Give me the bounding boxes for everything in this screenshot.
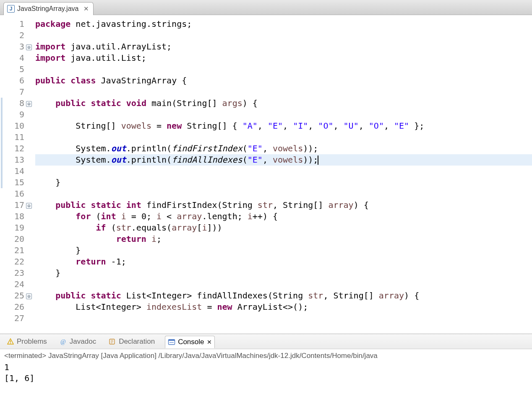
console-output[interactable]: 1[1, 6] [0, 361, 532, 384]
line-number: 5 [3, 64, 24, 75]
line-number: 4 [3, 52, 24, 64]
tab-label: Javadoc [70, 337, 96, 346]
code-line[interactable]: } [35, 245, 532, 256]
tab-label: Problems [17, 337, 47, 346]
code-line[interactable]: List<Integer> indexesList = new ArrayLis… [35, 301, 532, 313]
code-line[interactable] [35, 132, 532, 143]
code-content[interactable]: package net.javastring.strings;import ja… [33, 15, 532, 334]
tab-javadoc[interactable]: @ Javadoc [57, 336, 99, 347]
line-number: 23 [3, 267, 24, 279]
editor-tab-bar: J JavaStringArray.java ✕ [0, 0, 532, 15]
editor-tab[interactable]: J JavaStringArray.java ✕ [3, 2, 94, 15]
code-line[interactable] [35, 279, 532, 290]
fold-toggle[interactable]: ⊖ [26, 293, 32, 299]
tab-problems[interactable]: Problems [4, 336, 50, 347]
fold-toggle[interactable]: ⊖ [26, 44, 32, 50]
line-number: 2 [3, 30, 24, 41]
line-number: 8 [3, 98, 24, 109]
line-number: 22 [3, 256, 24, 267]
line-number: 14 [3, 166, 24, 177]
svg-rect-1 [10, 343, 11, 344]
code-line[interactable]: System.out.println(findAllIndexes("E", v… [35, 154, 532, 166]
code-line[interactable] [35, 313, 532, 324]
change-ruler [0, 15, 3, 334]
svg-rect-0 [10, 340, 11, 342]
code-line[interactable]: public static void main(String[] args) { [35, 98, 532, 109]
code-line[interactable] [35, 188, 532, 200]
line-number: 20 [3, 233, 24, 245]
line-number: 11 [3, 132, 24, 143]
fold-toggle[interactable]: ⊖ [26, 203, 32, 209]
line-number: 26 [3, 301, 24, 313]
line-number: 12 [3, 143, 24, 154]
code-line[interactable]: public static int findFirstIndex(String … [35, 200, 532, 211]
svg-text:@: @ [60, 339, 66, 345]
tab-label: Declaration [119, 337, 155, 346]
problems-icon [7, 338, 14, 345]
console-status: <terminated> JavaStringArray [Java Appli… [0, 349, 532, 361]
tab-console[interactable]: Console ✕ [165, 336, 214, 348]
line-number: 21 [3, 245, 24, 256]
code-line[interactable] [35, 109, 532, 120]
code-line[interactable] [35, 166, 532, 177]
line-number: 17 [3, 200, 24, 211]
line-number: 25 [3, 290, 24, 301]
line-number-gutter: 1234567891011121314151617181920212223242… [3, 15, 25, 334]
declaration-icon [109, 338, 116, 345]
code-line[interactable]: String[] vowels = new String[] { "A", "E… [35, 120, 532, 132]
code-line[interactable]: return i; [35, 233, 532, 245]
code-line[interactable] [35, 64, 532, 75]
views-tab-bar: Problems @ Javadoc Declaration Console ✕ [0, 334, 532, 349]
code-line[interactable]: public class JavaStringArray { [35, 75, 532, 86]
line-number: 27 [3, 313, 24, 324]
code-line[interactable]: import java.util.List; [35, 52, 532, 64]
svg-rect-5 [169, 340, 175, 341]
tab-declaration[interactable]: Declaration [106, 336, 157, 347]
line-number: 24 [3, 279, 24, 290]
code-editor[interactable]: 1234567891011121314151617181920212223242… [0, 15, 532, 334]
console-line: [1, 6] [4, 373, 528, 384]
javadoc-icon: @ [60, 338, 67, 345]
console-line: 1 [4, 362, 528, 373]
fold-toggle[interactable]: ⊖ [26, 101, 32, 107]
close-icon[interactable]: ✕ [83, 5, 89, 13]
line-number: 1 [3, 18, 24, 30]
line-number: 13 [3, 154, 24, 166]
code-line[interactable]: import java.util.ArrayList; [35, 41, 532, 52]
line-number: 6 [3, 75, 24, 86]
bottom-panel: Problems @ Javadoc Declaration Console ✕… [0, 334, 532, 384]
line-number: 10 [3, 120, 24, 132]
code-line[interactable]: package net.javastring.strings; [35, 18, 532, 30]
console-icon [168, 338, 175, 346]
close-icon[interactable]: ✕ [207, 339, 212, 345]
code-line[interactable] [35, 30, 532, 41]
code-line[interactable]: } [35, 177, 532, 188]
line-number: 15 [3, 177, 24, 188]
line-number: 9 [3, 109, 24, 120]
code-line[interactable]: for (int i = 0; i < array.length; i++) { [35, 211, 532, 222]
java-file-icon: J [7, 5, 15, 13]
code-line[interactable] [35, 86, 532, 98]
fold-column: ⊖⊖⊖⊖ [25, 15, 33, 334]
line-number: 3 [3, 41, 24, 52]
code-line[interactable]: if (str.equals(array[i])) [35, 222, 532, 233]
line-number: 19 [3, 222, 24, 233]
line-number: 16 [3, 188, 24, 200]
code-line[interactable]: System.out.println(findFirstIndex("E", v… [35, 143, 532, 154]
code-line[interactable]: } [35, 267, 532, 279]
line-number: 18 [3, 211, 24, 222]
text-cursor [318, 156, 318, 165]
code-line[interactable]: public static List<Integer> findAllIndex… [35, 290, 532, 301]
tab-filename: JavaStringArray.java [17, 5, 78, 13]
line-number: 7 [3, 86, 24, 98]
code-line[interactable]: return -1; [35, 256, 532, 267]
tab-label: Console [178, 338, 204, 346]
